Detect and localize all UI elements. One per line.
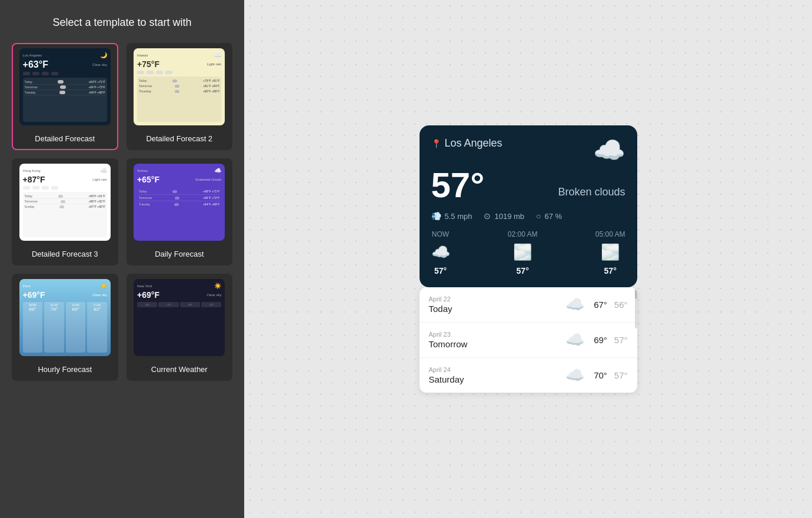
- template-preview: Paris ☀️ +69°F Clear sky NOW 69° 01:00: [13, 275, 117, 360]
- template-card-daily-forecast[interactable]: Sidney ☁️ +65°F Scattered clouds Today +…: [127, 158, 233, 265]
- sidebar: Select a template to start with Los Ange…: [0, 0, 244, 518]
- forecast-date-col-saturday: April 24 Saturday: [429, 366, 557, 384]
- forecast-cloud-today: ☁️: [565, 295, 584, 314]
- temp-row: 57° Broken clouds: [431, 168, 625, 203]
- wind-stat: 💨 5.5 mph: [431, 211, 472, 221]
- template-preview: Hong Kong ☁️ +87°F Light rain: [13, 160, 117, 245]
- template-preview: Sidney ☁️ +65°F Scattered clouds Today +…: [128, 160, 232, 245]
- hour-cloud-5am: 🌫️: [601, 243, 620, 261]
- forecast-temps-today: 67° 56°: [594, 300, 627, 310]
- hour-cloud-now: ☁️: [431, 243, 450, 261]
- hourly-strip: NOW ☁️ 57° 02:00 AM 🌫️ 57° 05:00 AM 🌫️ 5…: [431, 230, 625, 275]
- scroll-thumb: [635, 287, 637, 299]
- location-row: 📍 Los Angeles: [431, 137, 502, 150]
- forecast-high-saturday: 70°: [594, 370, 607, 380]
- template-preview: New York ☀️ +69°F Clear sky +68° +74°: [128, 275, 232, 360]
- forecast-low-saturday: 57°: [614, 370, 628, 380]
- forecast-list: April 22 Today ☁️ 67° 56° April 23 Tomor…: [420, 287, 637, 393]
- main-content: 📍 Los Angeles ☁️ 57° Broken clouds 💨 5.5…: [244, 0, 812, 518]
- forecast-date-tomorrow: April 23: [429, 331, 557, 338]
- template-label-detailed-forecast-1: Detailed Forecast: [13, 130, 117, 149]
- humidity-icon: ○: [536, 211, 541, 221]
- forecast-high-today: 67°: [594, 300, 607, 310]
- pressure-value: 1019 mb: [494, 212, 524, 221]
- forecast-low-tomorrow: 57°: [614, 335, 628, 345]
- sidebar-title: Select a template to start with: [52, 16, 191, 29]
- hour-item-now: NOW ☁️ 57°: [431, 230, 450, 275]
- template-card-hourly-forecast[interactable]: Paris ☀️ +69°F Clear sky NOW 69° 01:00: [12, 274, 118, 381]
- cloud-icon-large: ☁️: [593, 137, 625, 163]
- forecast-item-saturday: April 24 Saturday ☁️ 70° 57°: [420, 358, 637, 393]
- forecast-date-col-tomorrow: April 23 Tomorrow: [429, 331, 557, 349]
- templates-grid: Los Angeles 🌙 +63°F Clear sky: [12, 43, 232, 381]
- humidity-value: 67 %: [545, 212, 563, 221]
- template-label-current-weather: Current Weather: [128, 360, 232, 380]
- forecast-day-tomorrow: Tomorrow: [429, 339, 557, 349]
- forecast-item-tomorrow: April 23 Tomorrow ☁️ 69° 57°: [420, 323, 637, 358]
- weather-description: Broken clouds: [558, 186, 625, 203]
- template-label-daily-forecast: Daily Forecast: [128, 245, 232, 264]
- template-label-detailed-forecast-3: Detailed Forecast 3: [13, 245, 117, 264]
- hour-label-5am: 05:00 AM: [595, 230, 625, 238]
- forecast-low-today: 56°: [614, 300, 628, 310]
- weather-stats: 💨 5.5 mph ⊙ 1019 mb ○ 67 %: [431, 211, 625, 221]
- forecast-day-today: Today: [429, 304, 557, 314]
- template-card-current-weather[interactable]: New York ☀️ +69°F Clear sky +68° +74°: [127, 274, 233, 381]
- weather-card-header: 📍 Los Angeles ☁️: [431, 137, 625, 163]
- hour-temp-2am: 57°: [517, 266, 529, 275]
- template-preview: Hawaii ☁️ +75°F Light rain: [128, 44, 232, 130]
- main-temperature: 57°: [431, 168, 485, 203]
- template-label-detailed-forecast-2: Detailed Forecast 2: [128, 130, 232, 149]
- template-label-hourly-forecast: Hourly Forecast: [13, 360, 117, 380]
- forecast-date-today: April 22: [429, 295, 557, 303]
- wind-icon: 💨: [431, 211, 441, 221]
- hour-item-2am: 02:00 AM 🌫️ 57°: [508, 230, 538, 275]
- hour-label-now: NOW: [432, 230, 449, 238]
- template-card-detailed-forecast-1[interactable]: Los Angeles 🌙 +63°F Clear sky: [12, 43, 118, 150]
- forecast-cloud-tomorrow: ☁️: [565, 331, 584, 349]
- forecast-item-today: April 22 Today ☁️ 67° 56°: [420, 287, 637, 323]
- humidity-stat: ○ 67 %: [536, 211, 562, 221]
- weather-widget-container: 📍 Los Angeles ☁️ 57° Broken clouds 💨 5.5…: [420, 125, 637, 393]
- template-card-detailed-forecast-2[interactable]: Hawaii ☁️ +75°F Light rain: [127, 43, 233, 150]
- location-name: Los Angeles: [445, 137, 502, 150]
- pin-icon: 📍: [431, 139, 441, 148]
- template-card-detailed-forecast-3[interactable]: Hong Kong ☁️ +87°F Light rain: [12, 158, 118, 265]
- wind-speed: 5.5 mph: [445, 212, 472, 221]
- hour-label-2am: 02:00 AM: [508, 230, 538, 238]
- pressure-icon: ⊙: [484, 211, 491, 221]
- hour-item-5am: 05:00 AM 🌫️ 57°: [595, 230, 625, 275]
- pressure-stat: ⊙ 1019 mb: [484, 211, 524, 221]
- forecast-cloud-saturday: ☁️: [565, 366, 584, 384]
- forecast-date-saturday: April 24: [429, 366, 557, 373]
- forecast-temps-tomorrow: 69° 57°: [594, 335, 627, 345]
- forecast-temps-saturday: 70° 57°: [594, 370, 627, 380]
- hour-temp-5am: 57°: [604, 266, 617, 275]
- forecast-date-col-today: April 22 Today: [429, 295, 557, 314]
- forecast-day-saturday: Saturday: [429, 374, 557, 384]
- hour-temp-now: 57°: [434, 266, 447, 275]
- forecast-high-tomorrow: 69°: [594, 335, 607, 345]
- weather-card: 📍 Los Angeles ☁️ 57° Broken clouds 💨 5.5…: [420, 125, 637, 287]
- hour-cloud-2am: 🌫️: [513, 243, 532, 261]
- template-preview: Los Angeles 🌙 +63°F Clear sky: [13, 44, 117, 130]
